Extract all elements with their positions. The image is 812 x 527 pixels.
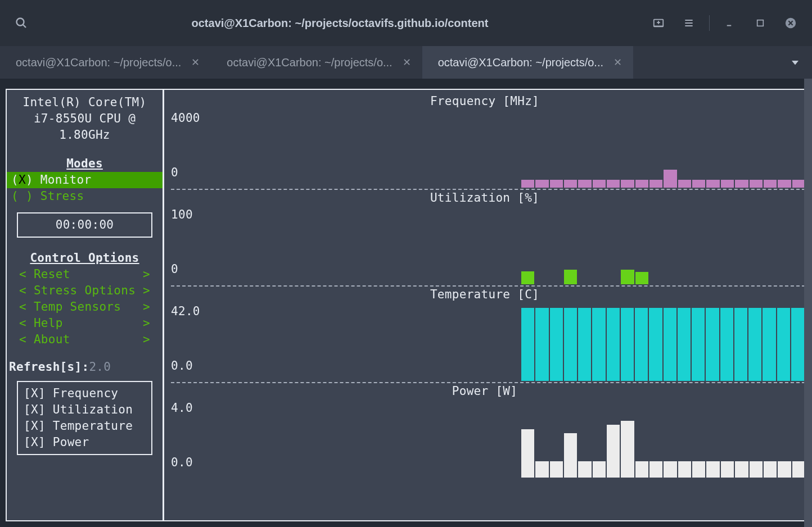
- bar: [792, 180, 805, 188]
- search-icon[interactable]: [11, 13, 31, 33]
- toggle-temperature[interactable]: [X] Temperature: [24, 418, 146, 434]
- control-temp-sensors[interactable]: < Temp Sensors>: [7, 299, 163, 315]
- bar: [692, 180, 705, 188]
- control-reset[interactable]: < Reset>: [7, 266, 163, 283]
- bar: [791, 308, 804, 381]
- bar: [678, 180, 691, 188]
- refresh-rate: Refresh[s]:2.0: [7, 359, 163, 375]
- bar: [792, 461, 805, 478]
- mode-label: Stress: [40, 189, 84, 203]
- bar: [748, 308, 761, 381]
- refresh-value: 2.0: [89, 360, 111, 374]
- svg-line-1: [23, 25, 26, 28]
- tab-label: octavi@X1Carbon: ~/projects/o...: [227, 56, 392, 69]
- y-axis-top: 4000: [171, 110, 200, 126]
- minimize-icon[interactable]: [720, 13, 740, 33]
- bar: [664, 308, 676, 381]
- window-title: octavi@X1Carbon: ~/projects/octavifs.git…: [31, 17, 648, 30]
- control-help[interactable]: < Help>: [7, 315, 163, 331]
- refresh-label: Refresh[s]:: [9, 360, 89, 374]
- toggle-power[interactable]: [X] Power: [24, 434, 146, 451]
- y-axis-top: 4.0: [171, 400, 193, 416]
- bar: [535, 461, 548, 478]
- cpu-name: Intel(R) Core(TM) i7-8550U CPU @ 1.80GHz: [7, 94, 163, 143]
- y-axis-bottom: 0.0: [171, 358, 193, 374]
- svg-rect-10: [757, 20, 764, 26]
- bar: [692, 461, 705, 478]
- bar: [564, 180, 577, 188]
- bar: [578, 308, 591, 381]
- mode-stress[interactable]: ( ) Stress: [7, 188, 163, 205]
- bar: [535, 180, 548, 188]
- bar: [521, 271, 534, 284]
- menu-icon[interactable]: [679, 13, 699, 33]
- charts-panel: Frequency [MHz] 4000 0 Utilization [%] 1…: [164, 90, 805, 520]
- terminal-tab[interactable]: octavi@X1Carbon: ~/projects/o... ✕: [211, 46, 422, 79]
- tabs-dropdown-icon[interactable]: [778, 46, 812, 79]
- control-about[interactable]: < About>: [7, 331, 163, 348]
- bar: [692, 308, 705, 381]
- tab-bar: octavi@X1Carbon: ~/projects/o... ✕ octav…: [0, 46, 812, 79]
- separator: [709, 15, 710, 31]
- scrollbar[interactable]: [804, 79, 812, 527]
- bar: [564, 308, 577, 381]
- bar: [550, 461, 563, 478]
- y-axis-top: 100: [171, 207, 193, 223]
- bar: [550, 308, 563, 381]
- bar: [578, 180, 591, 188]
- bar: [635, 308, 648, 381]
- bar: [635, 180, 648, 188]
- bar: [764, 461, 777, 478]
- bar: [621, 180, 634, 188]
- bar: [750, 180, 763, 188]
- y-axis-bottom: 0: [171, 165, 178, 181]
- terminal-tab[interactable]: octavi@X1Carbon: ~/projects/o... ✕: [0, 46, 211, 79]
- bar: [578, 461, 591, 478]
- bar: [635, 461, 648, 478]
- bars: [521, 107, 805, 188]
- bar: [734, 308, 747, 381]
- bar: [635, 272, 648, 284]
- maximize-icon[interactable]: [750, 13, 770, 33]
- chart-power: Power [W] 4.0 0.0: [164, 383, 805, 480]
- window-titlebar: octavi@X1Carbon: ~/projects/octavifs.git…: [0, 0, 812, 46]
- bar: [607, 425, 620, 478]
- bar: [521, 308, 534, 381]
- bar: [593, 180, 606, 188]
- bar: [763, 308, 775, 381]
- bar: [720, 308, 733, 381]
- mode-monitor[interactable]: (X) Monitor: [7, 172, 163, 188]
- toggle-utilization[interactable]: [X] Utilization: [24, 402, 146, 418]
- tab-close-icon[interactable]: ✕: [403, 56, 411, 69]
- timer: 00:00:00: [17, 212, 152, 238]
- terminal-tab[interactable]: octavi@X1Carbon: ~/projects/o... ✕: [422, 46, 633, 79]
- control-stress-options[interactable]: < Stress Options>: [7, 283, 163, 299]
- bar: [607, 308, 620, 381]
- chart-temperature: Temperature [C] 42.0 0.0: [164, 287, 805, 383]
- bar: [721, 180, 734, 188]
- bars: [521, 203, 805, 284]
- terminal-content: Intel(R) Core(TM) i7-8550U CPU @ 1.80GHz…: [6, 89, 806, 521]
- bar: [521, 180, 534, 188]
- bar: [621, 270, 634, 284]
- tab-close-icon[interactable]: ✕: [191, 56, 200, 69]
- bar: [564, 270, 577, 284]
- chart-frequency: Frequency [MHz] 4000 0: [164, 93, 805, 190]
- y-axis-bottom: 0.0: [171, 455, 193, 471]
- toggle-frequency[interactable]: [X] Frequency: [24, 385, 146, 402]
- new-tab-icon[interactable]: [648, 13, 669, 33]
- close-icon[interactable]: [781, 13, 801, 33]
- bar: [664, 461, 676, 478]
- bar: [521, 429, 534, 478]
- bar: [706, 180, 719, 188]
- tab-label: octavi@X1Carbon: ~/projects/o...: [438, 56, 603, 69]
- bar: [592, 308, 605, 381]
- bar: [706, 461, 719, 478]
- bar: [564, 433, 577, 478]
- tab-close-icon[interactable]: ✕: [613, 56, 622, 69]
- bar: [678, 461, 691, 478]
- bar: [777, 308, 790, 381]
- y-axis-top: 42.0: [171, 303, 200, 320]
- graph-toggles: [X] Frequency [X] Utilization [X] Temper…: [17, 381, 152, 455]
- bar: [735, 461, 748, 478]
